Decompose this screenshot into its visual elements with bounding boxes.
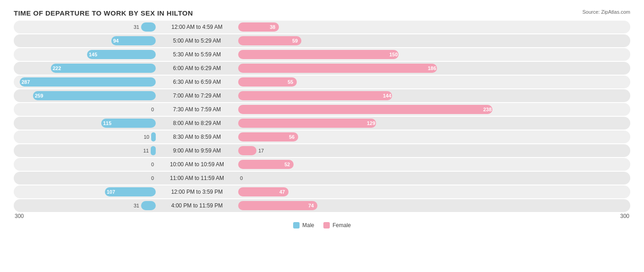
table-row: 010:00 AM to 10:59 AM52 bbox=[14, 158, 630, 171]
table-row: 07:30 AM to 7:59 AM238 bbox=[14, 103, 630, 116]
table-row: 2876:30 AM to 6:59 AM55 bbox=[14, 76, 630, 88]
table-row: 011:00 AM to 11:59 AM0 bbox=[14, 172, 630, 185]
legend-female-label: Female bbox=[333, 222, 351, 228]
axis-labels: 300 300 bbox=[14, 213, 630, 219]
table-row: 108:30 AM to 8:59 AM56 bbox=[14, 131, 630, 143]
chart-body: 3112:00 AM to 4:59 AM38945:00 AM to 5:29… bbox=[14, 21, 630, 212]
table-row: 2597:00 AM to 7:29 AM144 bbox=[14, 89, 630, 102]
legend: Male Female bbox=[14, 222, 630, 228]
legend-male: Male bbox=[293, 222, 314, 228]
legend-female-box bbox=[323, 222, 330, 228]
legend-male-label: Male bbox=[302, 222, 314, 228]
axis-left: 300 bbox=[15, 213, 24, 219]
legend-female: Female bbox=[323, 222, 351, 228]
table-row: 314:00 PM to 11:59 PM74 bbox=[14, 199, 630, 212]
table-row: 10712:00 PM to 3:59 PM47 bbox=[14, 185, 630, 198]
table-row: 3112:00 AM to 4:59 AM38 bbox=[14, 21, 630, 33]
source-label: Source: ZipAtlas.com bbox=[582, 9, 630, 15]
table-row: 1158:00 AM to 8:29 AM129 bbox=[14, 117, 630, 130]
table-row: 1455:30 AM to 5:59 AM150 bbox=[14, 48, 630, 61]
chart-title: TIME OF DEPARTURE TO WORK BY SEX IN HILT… bbox=[14, 9, 630, 17]
axis-right: 300 bbox=[620, 213, 629, 219]
table-row: 2226:00 AM to 6:29 AM186 bbox=[14, 62, 630, 75]
table-row: 945:00 AM to 5:29 AM59 bbox=[14, 34, 630, 47]
legend-male-box bbox=[293, 222, 300, 228]
table-row: 119:00 AM to 9:59 AM17 bbox=[14, 144, 630, 157]
chart-container: TIME OF DEPARTURE TO WORK BY SEX IN HILT… bbox=[0, 0, 644, 272]
